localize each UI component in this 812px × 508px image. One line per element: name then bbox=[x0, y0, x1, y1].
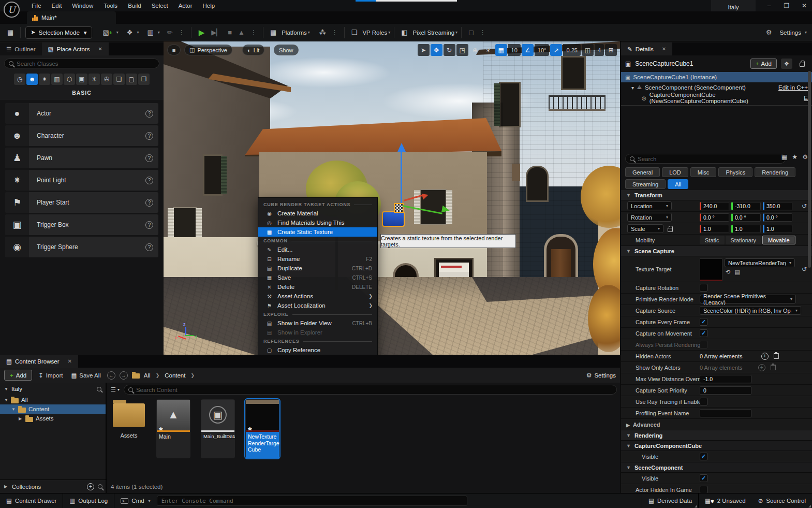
breadcrumb-all[interactable]: All bbox=[144, 372, 151, 379]
tree-row-scene-component[interactable]: ▾⟁SceneComponent (SceneComponent)Edit in… bbox=[621, 82, 812, 93]
vp-roles-label[interactable]: VP Roles bbox=[362, 30, 387, 36]
mobility-stationary[interactable]: Stationary bbox=[726, 236, 762, 244]
primitive-render-mode-dropdown[interactable]: Render Scene Primitives (Legacy)▾ bbox=[700, 295, 796, 303]
capture-sort-priority-field[interactable]: 0 bbox=[700, 386, 751, 395]
stream-options-icon[interactable]: ⋮ bbox=[477, 29, 489, 36]
scale-z-field[interactable]: 1.0 bbox=[763, 225, 792, 233]
tab-details[interactable]: ✎Details✕ bbox=[621, 42, 672, 55]
menu-item[interactable]: ✎Edit...❯ bbox=[258, 245, 377, 254]
grid-snap-value[interactable]: 10 bbox=[508, 44, 521, 56]
grid-view-icon[interactable]: ▦ bbox=[781, 153, 787, 161]
tab-outliner[interactable]: ☰Outliner bbox=[0, 42, 42, 55]
category-lights-icon[interactable]: ✷ bbox=[39, 74, 50, 85]
close-icon[interactable]: ✕ bbox=[662, 46, 666, 52]
vp-roles-icon[interactable]: ❏ bbox=[348, 28, 361, 36]
place-actor-item[interactable]: ◉ Trigger Sphere ? bbox=[5, 237, 158, 257]
rotation-dropdown[interactable]: Rotation▾ bbox=[627, 213, 672, 222]
menu-item[interactable]: Tools bbox=[99, 3, 122, 9]
save-all-button[interactable]: ▦Save All bbox=[69, 372, 102, 379]
cmd-dropdown[interactable]: >_Cmd▾ bbox=[114, 494, 156, 508]
scale-snap-value[interactable]: 0.25 bbox=[563, 44, 580, 56]
camera-speed-icon[interactable]: ◫ bbox=[582, 44, 594, 56]
close-icon[interactable]: ✕ bbox=[98, 46, 102, 52]
category-effects-icon[interactable]: ✳ bbox=[88, 74, 100, 85]
location-y-field[interactable]: -310.0 bbox=[731, 202, 761, 210]
tree-row-capture-component[interactable]: ◎CaptureComponentCube (NewSceneCaptureCo… bbox=[621, 93, 812, 103]
place-actor-item[interactable]: ⚑ Player Start ? bbox=[5, 192, 158, 213]
menu-item[interactable]: ▦SaveCTRL+S❯ bbox=[258, 273, 377, 282]
menu-item[interactable]: ▤DuplicateCTRL+D❯ bbox=[258, 264, 377, 273]
perspective-dropdown[interactable]: ◫Perspective bbox=[184, 45, 232, 55]
location-x-field[interactable]: 240.0 bbox=[700, 202, 729, 210]
close-icon[interactable]: ✕ bbox=[68, 358, 72, 364]
place-actor-item[interactable]: ▣ Trigger Box ? bbox=[5, 214, 158, 235]
scale-tool-icon[interactable]: ◳ bbox=[456, 44, 468, 56]
favorites-icon[interactable]: ★ bbox=[792, 153, 798, 161]
save-icon[interactable]: ▦ bbox=[4, 28, 17, 36]
texture-thumbnail[interactable] bbox=[700, 258, 722, 281]
more-options-icon[interactable]: ⋮ bbox=[176, 29, 187, 36]
menu-item[interactable]: Actor bbox=[174, 3, 197, 9]
add-collection-icon[interactable]: + bbox=[87, 483, 94, 490]
filter-chip[interactable]: Streaming bbox=[625, 179, 666, 189]
category-all-icon[interactable]: ❐ bbox=[138, 74, 150, 85]
maximize-button[interactable]: ❐ bbox=[783, 2, 790, 9]
mobility-movable[interactable]: Movable bbox=[762, 236, 795, 244]
angle-snap-value[interactable]: 10° bbox=[535, 44, 550, 56]
scrollbar[interactable] bbox=[808, 71, 811, 268]
capture-rotation-checkbox[interactable] bbox=[700, 284, 707, 292]
settings-gear-icon[interactable]: ⚙ bbox=[802, 153, 808, 161]
platforms-label[interactable]: Platforms bbox=[282, 30, 307, 36]
pixel-streaming-label[interactable]: Pixel Streaming bbox=[413, 30, 455, 36]
scale-x-field[interactable]: 1.0 bbox=[700, 225, 729, 233]
viewport-menu-button[interactable]: ≡ bbox=[167, 45, 181, 55]
quad-view-icon[interactable]: ⊞ bbox=[605, 44, 617, 56]
category-recent-icon[interactable]: ◷ bbox=[14, 74, 25, 85]
stop-button[interactable]: ■ bbox=[225, 28, 235, 36]
category-media-icon[interactable]: ✇ bbox=[101, 74, 112, 85]
filter-chip[interactable]: General bbox=[625, 167, 660, 177]
row-advanced-1[interactable]: ▶Advanced bbox=[621, 419, 812, 430]
derived-data-button[interactable]: ▤Derived Data bbox=[642, 494, 698, 508]
move-tool-icon[interactable]: ✥ bbox=[431, 44, 442, 56]
rotation-y-field[interactable]: 0.0 ° bbox=[731, 213, 761, 222]
settings-dropdown[interactable]: ⚙ Settings ▾ bbox=[763, 28, 807, 36]
help-icon[interactable]: ? bbox=[145, 221, 153, 229]
play-options-icon[interactable]: ⋮ bbox=[248, 29, 259, 36]
help-icon[interactable]: ? bbox=[145, 132, 153, 140]
select-tool-icon[interactable]: ➤ bbox=[418, 44, 430, 56]
menu-item[interactable]: ▤Show in Folder ViewCTRL+B❯ bbox=[258, 318, 377, 328]
add-component-button[interactable]: +Add bbox=[750, 59, 777, 69]
rotation-x-field[interactable]: 0.0 ° bbox=[700, 213, 729, 222]
use-selected-icon[interactable]: ⟲ bbox=[726, 269, 730, 275]
console-input[interactable]: Enter Console Command bbox=[157, 496, 467, 506]
blueprint-edit-icon[interactable]: ❖ bbox=[781, 59, 792, 69]
tab-content-browser[interactable]: ▤Content Browser✕ bbox=[0, 355, 78, 368]
section-transform[interactable]: ▼Transform bbox=[621, 190, 812, 200]
category-visual-icon[interactable]: ▣ bbox=[76, 74, 87, 85]
blueprints-icon[interactable]: ❖ bbox=[124, 28, 136, 36]
close-button[interactable]: ✕ bbox=[801, 2, 808, 9]
location-dropdown[interactable]: Location▾ bbox=[627, 201, 672, 210]
help-icon[interactable]: ? bbox=[145, 110, 153, 118]
asset-folder-assets[interactable]: Assets bbox=[111, 399, 147, 439]
help-icon[interactable]: ? bbox=[145, 154, 153, 162]
tree-item-assets[interactable]: ▶Assets bbox=[0, 414, 106, 423]
scale-snap-icon[interactable]: ↗ bbox=[550, 44, 562, 56]
gizmo-y-arrowhead[interactable] bbox=[441, 206, 450, 214]
menu-item[interactable]: ▩Create Static Texture❯ bbox=[258, 227, 377, 237]
scale-dropdown[interactable]: Scale▾ bbox=[627, 224, 663, 233]
tree-item-all[interactable]: ▼All bbox=[0, 395, 106, 404]
filter-chip[interactable]: All bbox=[668, 179, 688, 189]
place-actor-item[interactable]: ♟ Pawn ? bbox=[5, 148, 158, 168]
reset-icon[interactable]: ↺ bbox=[802, 202, 807, 210]
skip-button[interactable]: ▶▏ bbox=[208, 28, 225, 36]
asset-main-builtdata[interactable]: ▣ Main_BuiltData bbox=[200, 399, 236, 458]
add-element-icon[interactable]: + bbox=[758, 364, 765, 371]
level-tab[interactable]: Main* bbox=[27, 11, 116, 24]
camera-speed-value[interactable]: 4 bbox=[595, 44, 604, 56]
filter-chip[interactable]: Physics bbox=[718, 167, 752, 177]
edit-in-cpp-link[interactable]: Edit in C++ bbox=[778, 84, 808, 91]
collab-icon[interactable]: ⁂ bbox=[316, 28, 329, 36]
menu-item[interactable]: Select bbox=[147, 3, 173, 9]
